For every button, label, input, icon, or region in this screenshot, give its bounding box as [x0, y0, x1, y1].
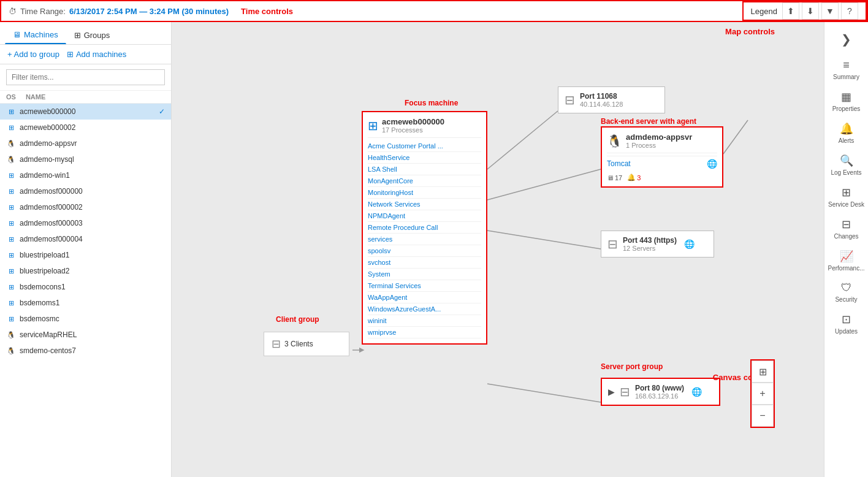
- windows-icon: ⊞: [6, 218, 16, 228]
- machine-item[interactable]: ⊞bsdemosmc: [0, 311, 171, 327]
- process-item[interactable]: MonitoringHost: [368, 187, 481, 199]
- port-443-sub: 12 Servers: [623, 245, 677, 252]
- machine-name: admdemosf000004: [20, 235, 165, 243]
- monitor-count: 17: [615, 174, 622, 181]
- machines-header: OS NAME: [0, 91, 171, 104]
- machine-item[interactable]: ⊞admdemosf000002: [0, 199, 171, 215]
- windows-icon: ⊞: [6, 298, 16, 308]
- machine-item[interactable]: 🐧smdemo-centos7: [0, 343, 171, 359]
- legend-help-btn[interactable]: ?: [841, 2, 858, 20]
- nav-item-summary[interactable]: ≡Summary: [825, 54, 867, 85]
- process-item[interactable]: wmiprvse: [368, 327, 481, 338]
- alert-badge: 🔔 3: [627, 174, 641, 181]
- canvas-controls: ⊞ + −: [750, 359, 775, 428]
- machine-item[interactable]: ⊞bluestripeload2: [0, 263, 171, 279]
- machine-item[interactable]: ⊞admdemosf000000: [0, 183, 171, 199]
- windows-icon: ⊞: [6, 186, 16, 196]
- nav-item-alerts[interactable]: 🔔Alerts: [825, 117, 867, 149]
- add-machines-btn[interactable]: ⊞ Add machines: [67, 50, 126, 59]
- process-item[interactable]: spoolsv: [368, 245, 481, 257]
- legend-expand-btn[interactable]: ⬆: [782, 2, 799, 20]
- machine-item[interactable]: ⊞bsdemoms1: [0, 295, 171, 311]
- legend-collapse-btn[interactable]: ⬇: [802, 2, 819, 20]
- machine-item[interactable]: ⊞admdemo-win1: [0, 167, 171, 183]
- filter-input[interactable]: [6, 69, 165, 85]
- focus-machine-processes: 17 Processes: [382, 126, 444, 134]
- process-item[interactable]: NPMDAgent: [368, 210, 481, 222]
- tomcat-service: Tomcat: [607, 159, 631, 168]
- machine-item[interactable]: ⊞bluestripeload1: [0, 247, 171, 263]
- machine-item[interactable]: 🐧admdemo-appsvr: [0, 135, 171, 151]
- process-item[interactable]: Network Services: [368, 199, 481, 210]
- machine-item[interactable]: 🐧admdemo-mysql: [0, 151, 171, 167]
- process-item[interactable]: Remote Procedure Call: [368, 222, 481, 234]
- map-controls-label: Map controls: [725, 27, 775, 36]
- process-item[interactable]: HealthService: [368, 152, 481, 164]
- nav-item-service-desk[interactable]: ⊞Service Desk: [825, 181, 867, 213]
- machine-name: bluestripeload2: [20, 267, 165, 275]
- alerts-icon: 🔔: [840, 122, 853, 135]
- machine-item[interactable]: ⊞acmeweb000002: [0, 120, 171, 135]
- process-item[interactable]: svchost: [368, 257, 481, 269]
- process-item[interactable]: WaAppAgent: [368, 292, 481, 303]
- machine-name: bsdemocons1: [20, 283, 165, 291]
- process-item[interactable]: WindowsAzureGuestA...: [368, 303, 481, 315]
- nav-item-properties[interactable]: ▦Properties: [825, 85, 867, 117]
- server-port-title: Port 80 (www): [635, 384, 684, 392]
- right-nav-items: ≡Summary▦Properties🔔Alerts🔍Log Events⊞Se…: [825, 54, 867, 340]
- process-item[interactable]: MonAgentCore: [368, 175, 481, 187]
- process-item[interactable]: wininit: [368, 315, 481, 327]
- process-item[interactable]: services: [368, 234, 481, 245]
- windows-icon: ⊞: [6, 250, 16, 260]
- alert-icon: 🔔: [627, 174, 636, 181]
- machine-item[interactable]: ⊞bsdemocons1: [0, 279, 171, 295]
- alert-count: 3: [637, 174, 641, 181]
- nav-item-updates[interactable]: ⊡Updates: [825, 308, 867, 340]
- process-item[interactable]: System: [368, 269, 481, 280]
- machine-name: admdemo-appsvr: [20, 139, 165, 148]
- client-group-box: ⊟ 3 Clients: [264, 332, 349, 356]
- server-port-group-box: ▶ ⊟ Port 80 (www) 168.63.129.16 🌐: [601, 378, 720, 406]
- canvas-zoom-in-btn[interactable]: +: [752, 383, 774, 405]
- nav-item-performance[interactable]: 📈Performanc...: [825, 245, 867, 277]
- svg-line-2: [487, 169, 601, 200]
- server-port-network-icon: 🌐: [691, 387, 702, 397]
- machine-item[interactable]: 🐧serviceMapRHEL: [0, 327, 171, 343]
- machine-name: acmeweb000000: [20, 107, 155, 116]
- nav-back-btn[interactable]: ❯: [836, 27, 856, 52]
- tab-groups[interactable]: ⊞ Groups: [66, 26, 118, 44]
- right-nav: ❯ ≡Summary▦Properties🔔Alerts🔍Log Events⊞…: [824, 22, 868, 477]
- machine-name: bluestripeload1: [20, 251, 165, 259]
- machine-item[interactable]: ⊞admdemosf000004: [0, 231, 171, 247]
- filter-input-wrap: [0, 64, 171, 91]
- client-group-label: Client group: [276, 315, 319, 324]
- process-list: Acme Customer Portal ...HealthServiceLSA…: [368, 140, 481, 338]
- server-port-label: Server port group: [601, 362, 663, 371]
- nav-item-security[interactable]: 🛡Security: [825, 277, 867, 308]
- backend-header: 🐧 admdemo-appsvr 1 Process: [607, 132, 717, 153]
- process-item[interactable]: Acme Customer Portal ...: [368, 140, 481, 152]
- tab-machines[interactable]: 🖥 Machines: [5, 26, 66, 44]
- col-os: OS: [6, 93, 16, 101]
- properties-label: Properties: [832, 105, 861, 112]
- windows-icon: ⊞: [6, 234, 16, 244]
- time-range-label: Time Range:: [20, 7, 66, 16]
- focus-machine-header: ⊞ acmeweb000000 17 Processes: [368, 117, 481, 138]
- machine-item[interactable]: ⊞acmeweb000000✓: [0, 104, 171, 120]
- tab-machines-label: Machines: [24, 30, 58, 39]
- process-item[interactable]: LSA Shell: [368, 164, 481, 175]
- changes-icon: ⊟: [842, 218, 851, 231]
- port-11068-box: ⊟ Port 11068 40.114.46.128: [558, 86, 665, 113]
- process-item[interactable]: Terminal Services: [368, 280, 481, 292]
- legend-filter-btn[interactable]: ▼: [821, 2, 839, 20]
- canvas-zoom-out-btn[interactable]: −: [752, 405, 774, 427]
- nav-item-changes[interactable]: ⊟Changes: [825, 213, 867, 245]
- add-to-group-btn[interactable]: + Add to group: [7, 50, 59, 59]
- windows-icon: ⊞: [6, 266, 16, 276]
- nav-item-log-events[interactable]: 🔍Log Events: [825, 149, 867, 181]
- col-name: NAME: [26, 93, 45, 101]
- canvas-grid-btn[interactable]: ⊞: [752, 361, 774, 383]
- machine-item[interactable]: ⊞admdemosf000003: [0, 215, 171, 231]
- service-desk-icon: ⊞: [842, 186, 851, 199]
- windows-icon: ⊞: [6, 202, 16, 212]
